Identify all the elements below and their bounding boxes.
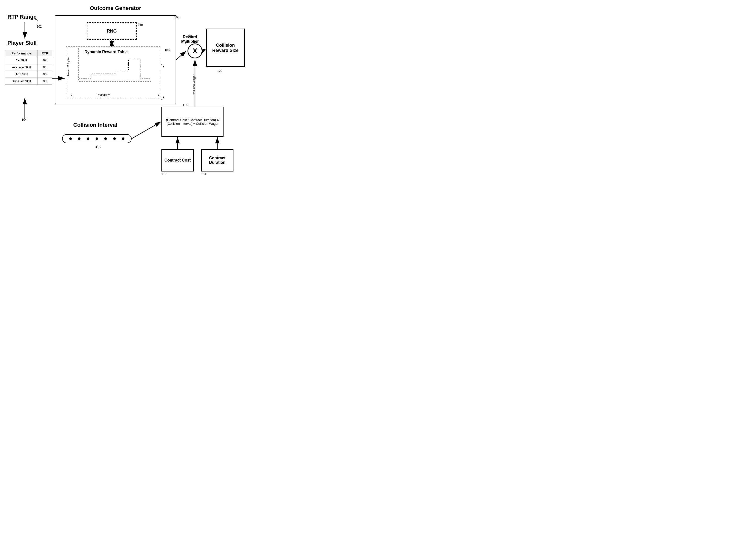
rtp-high-skill: 96 [38, 71, 52, 78]
ref-106: 106 [174, 16, 179, 19]
col-performance: Performance [5, 50, 38, 57]
drt-x0: 0 [71, 93, 72, 96]
ci-dot [104, 137, 107, 140]
ci-dot [113, 137, 116, 140]
contract-cost-box: Contract Cost [161, 149, 194, 171]
ref-120: 120 [217, 69, 222, 73]
ci-dot [69, 137, 72, 140]
svg-line-10 [132, 122, 161, 139]
player-skill-label: Player Skill [7, 40, 37, 46]
ref-112: 112 [161, 172, 166, 176]
table-row: Superior Skill 98 [5, 78, 52, 85]
multiply-symbol: X [193, 47, 197, 55]
drt-ylabel: Reward Multiplier [67, 57, 70, 76]
ref-109: 109 [188, 35, 192, 38]
contract-duration-label: Contract Duration [202, 156, 233, 165]
ref-104: 104 [22, 118, 27, 121]
ref-118: 118 [183, 103, 188, 107]
perf-high-skill: High Skill [5, 71, 38, 78]
formula-box: (Contract Cost / Contract Duration) X (C… [161, 107, 224, 137]
ref-110: 110 [138, 23, 143, 27]
col-rtp: RTP [38, 50, 52, 57]
drt-x1: 1 [158, 93, 159, 96]
rtp-no-skill: 92 [38, 57, 52, 64]
table-row: Average Skill 94 [5, 64, 52, 71]
contract-duration-box: Contract Duration [201, 149, 233, 171]
drt-title: Dynamic Reward Table [84, 50, 128, 54]
multiply-circle: X [188, 43, 202, 58]
outcome-generator-title: Outcome Generator [55, 5, 176, 11]
collision-interval-label: Collision Interval [73, 122, 117, 128]
table-row: High Skill 96 [5, 71, 52, 78]
contract-cost-label: Contract Cost [164, 158, 191, 162]
perf-no-skill: No Skill [5, 57, 38, 64]
formula-text: (Contract Cost / Contract Duration) X (C… [164, 118, 221, 125]
drt-xlabel: Probability [97, 93, 110, 96]
ref-108: 108 [165, 48, 170, 52]
rtp-superior-skill: 98 [38, 78, 52, 85]
table-row: No Skill 92 [5, 57, 52, 64]
player-skill-table: Performance RTP No Skill 92 Average Skil… [5, 50, 52, 85]
svg-line-8 [202, 49, 206, 51]
rng-label: RNG [107, 29, 117, 34]
ci-dot [78, 137, 80, 140]
ref-114: 114 [201, 172, 206, 176]
rtp-average-skill: 94 [38, 64, 52, 71]
perf-superior-skill: Superior Skill [5, 78, 38, 85]
collision-reward-size-label: Collision Reward Size [209, 43, 241, 53]
ci-dot [87, 137, 89, 140]
ci-dot [96, 137, 98, 140]
collision-interval-track [62, 134, 132, 143]
collision-reward-size-box: Collision Reward Size [206, 29, 245, 67]
ci-dot [122, 137, 124, 140]
rng-box: RNG [87, 22, 137, 40]
diagram: RTP Range 102 Player Skill Performance R… [0, 0, 248, 181]
ref-116: 116 [96, 145, 101, 149]
rtp-range-label: RTP Range [7, 14, 37, 20]
svg-line-6 [176, 51, 186, 60]
ref-102: 102 [37, 25, 42, 28]
perf-average-skill: Average Skill [5, 64, 38, 71]
collision-wager-label: Collision Wager [192, 75, 196, 95]
